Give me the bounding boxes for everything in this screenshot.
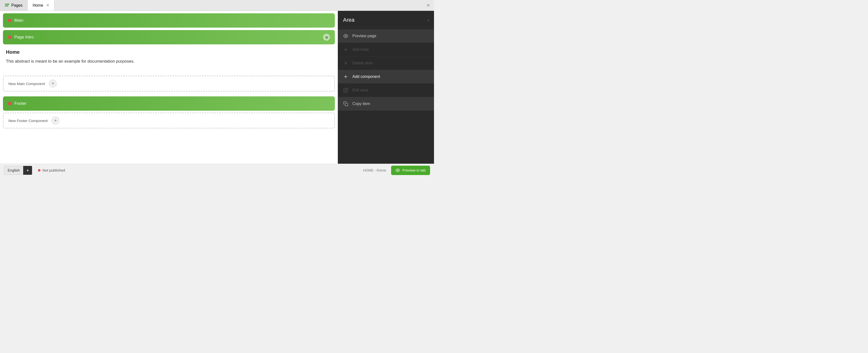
sidebar-title: Area [343, 17, 354, 23]
not-published-dot [38, 169, 40, 171]
pages-icon [5, 4, 9, 7]
copy-item-label: Copy item [352, 102, 370, 106]
main-layout: Main Page Intro ⊕ Home This abstract is … [0, 11, 434, 164]
content-title: Home [6, 49, 332, 55]
copy-icon [343, 101, 348, 106]
home-tab-label: Home [33, 3, 43, 8]
svg-point-0 [345, 35, 346, 37]
add-area-label: Add Area [352, 47, 369, 52]
not-published-status: Not published [38, 168, 65, 172]
page-intro-area-bar[interactable]: Page Intro ⊕ [3, 30, 335, 44]
pencil-icon [343, 88, 348, 93]
new-main-component-box: New Main Component + [3, 76, 335, 92]
content-text: This abstract is meant to be an example … [6, 59, 332, 64]
x-icon-delete-area [343, 60, 348, 66]
page-intro-label: Page Intro [14, 35, 320, 40]
language-selector[interactable]: English ▾ [4, 166, 32, 175]
footer-label: Footer [14, 101, 330, 106]
pages-tab-label: Pages [11, 3, 23, 8]
new-main-component-label: New Main Component [8, 82, 45, 86]
main-area-label: Main [14, 18, 330, 23]
home-path-label: HOME - /home [363, 168, 386, 172]
page-intro-dot [8, 35, 11, 39]
add-main-component-button[interactable]: + [49, 79, 57, 88]
tab-home[interactable]: Home ✕ [28, 0, 55, 10]
window-close-icon[interactable]: ✕ [426, 3, 434, 8]
svg-point-8 [397, 170, 399, 171]
preview-page-label: Preview page [352, 34, 376, 38]
sidebar-item-add-area[interactable]: Add Area [338, 43, 434, 57]
footer-area-bar[interactable]: Footer [3, 96, 335, 111]
add-component-label: Add component [352, 74, 380, 79]
add-footer-component-button[interactable]: + [52, 117, 59, 125]
sidebar-menu: Preview page Add Area [338, 27, 434, 164]
sidebar-item-delete-area[interactable]: Delete area [338, 57, 434, 70]
footer-dot [8, 102, 11, 105]
sidebar-item-preview-page[interactable]: Preview page [338, 29, 434, 43]
new-footer-component-box: New Footer Component + [3, 113, 335, 128]
home-tab-close-icon[interactable]: ✕ [46, 3, 49, 7]
not-published-label: Not published [42, 168, 65, 172]
eye-icon [343, 33, 348, 39]
preview-tab-label: Preview in tab [402, 168, 426, 172]
main-area-bar[interactable]: Main [3, 13, 335, 28]
preview-in-tab-button[interactable]: Preview in tab [391, 166, 430, 175]
move-icon[interactable]: ⊕ [323, 34, 330, 41]
new-footer-component-label: New Footer Component [8, 119, 48, 123]
delete-area-label: Delete area [352, 61, 373, 65]
status-bar: English ▾ Not published HOME - /home Pre… [0, 164, 434, 176]
status-right: HOME - /home Preview in tab [363, 166, 430, 175]
sidebar: Area › Preview page [338, 11, 434, 164]
tab-bar: Pages Home ✕ ✕ [0, 0, 434, 11]
sidebar-item-edit-area[interactable]: Edit area [338, 84, 434, 97]
edit-area-label: Edit area [352, 88, 368, 92]
svg-rect-7 [345, 103, 348, 106]
plus-icon-add-area [343, 47, 348, 52]
sidebar-header: Area › [338, 11, 434, 27]
sidebar-item-copy-item[interactable]: Copy item [338, 97, 434, 111]
sidebar-chevron-icon[interactable]: › [428, 18, 429, 23]
tab-pages[interactable]: Pages [0, 0, 28, 10]
language-label: English [4, 166, 23, 175]
language-dropdown-arrow[interactable]: ▾ [23, 166, 32, 175]
sidebar-item-add-component[interactable]: Add component [338, 70, 434, 84]
main-area-dot [8, 19, 11, 22]
content-body: Home This abstract is meant to be an exa… [0, 44, 338, 74]
content-area: Main Page Intro ⊕ Home This abstract is … [0, 11, 338, 164]
preview-tab-icon [396, 168, 400, 172]
plus-icon-add-component [343, 74, 348, 79]
